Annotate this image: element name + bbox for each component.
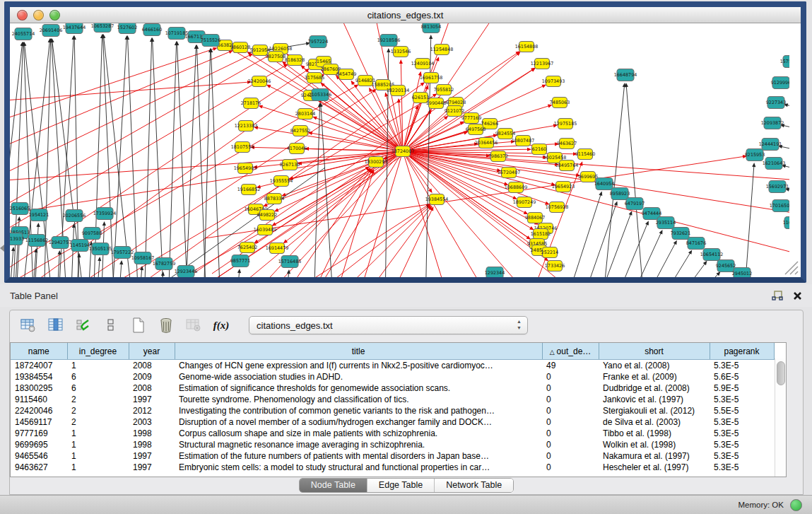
network-node[interactable]: 1954121 — [29, 209, 49, 221]
table-cell[interactable]: 5.3E-5 — [710, 394, 774, 405]
network-node[interactable]: 16648794 — [614, 69, 637, 81]
table-cell[interactable]: 2008 — [129, 360, 175, 372]
network-node[interactable]: 8215953 — [745, 149, 765, 161]
table-cell[interactable]: 18300295 — [11, 382, 67, 394]
network-node[interactable]: 17359924 — [93, 208, 117, 220]
network-node[interactable]: 16154808 — [515, 42, 539, 52]
network-node[interactable]: 3175685 — [305, 73, 324, 83]
table-cell[interactable]: 6 — [67, 382, 129, 394]
row-height-icon[interactable] — [102, 317, 119, 334]
network-node[interactable]: 7932621 — [671, 228, 690, 240]
network-node[interactable]: 2935114 — [656, 217, 676, 229]
table-row[interactable]: 2242004622012Investigating the contribut… — [11, 405, 774, 416]
table-cell[interactable]: 2003 — [129, 416, 175, 428]
network-node[interactable]: 12942757 — [49, 237, 72, 249]
table-selector-dropdown[interactable]: citations_edges.txt ▲▼ — [249, 316, 528, 334]
table-cell[interactable]: 5.5E-5 — [710, 405, 774, 416]
network-node[interactable]: 10654112 — [700, 249, 724, 261]
table-cell[interactable]: 1 — [67, 462, 129, 473]
network-node[interactable]: 17957222 — [111, 247, 134, 259]
network-node[interactable]: 1167533 — [783, 217, 789, 229]
table-cell[interactable]: 5.9E-5 — [710, 382, 774, 394]
network-node[interactable]: 8813054 — [421, 23, 441, 33]
table-cell[interactable]: 1 — [67, 439, 129, 450]
network-node[interactable]: 8454749 — [336, 69, 356, 80]
table-scrollbar[interactable] — [775, 358, 786, 477]
table-cell[interactable]: 49 — [542, 360, 599, 372]
network-node[interactable]: 6466160 — [142, 24, 162, 36]
table-cell[interactable]: 19384554 — [11, 371, 67, 382]
table-cell[interactable]: Franke et al. (2009) — [599, 371, 710, 382]
network-node[interactable]: 19437644 — [63, 23, 86, 34]
float-panel-icon[interactable] — [772, 291, 783, 301]
network-node[interactable]: 1990448 — [426, 98, 446, 109]
network-node[interactable]: 10958167 — [131, 252, 155, 264]
network-node[interactable]: 2718176 — [241, 98, 261, 109]
table-cell[interactable]: 5.6E-5 — [710, 371, 774, 382]
network-node[interactable]: 252214 — [541, 247, 558, 258]
network-node[interactable]: 12213383 — [235, 121, 258, 132]
table-cell[interactable]: Estimation of significance thresholds fo… — [175, 382, 542, 394]
table-cell[interactable]: Changes of HCN gene expression and I(f) … — [175, 360, 542, 372]
table-cell[interactable]: 22420046 — [11, 405, 67, 416]
close-panel-icon[interactable] — [793, 291, 802, 300]
network-node[interactable]: 2803144 — [295, 109, 315, 119]
table-cell[interactable]: Hescheler et al. (1997) — [599, 462, 710, 473]
network-node[interactable]: 16782759 — [153, 258, 176, 270]
network-node[interactable]: 1615182 — [531, 229, 551, 240]
network-node[interactable]: 10653287 — [91, 23, 114, 33]
network-node[interactable]: 9884067 — [525, 213, 545, 223]
table-cell[interactable]: 0 — [542, 405, 599, 416]
column-header-year[interactable]: year — [129, 343, 175, 360]
network-node[interactable]: 3913933 — [10, 233, 24, 245]
network-node[interactable]: 8427552 — [290, 126, 310, 136]
table-cell[interactable]: 14569117 — [11, 416, 67, 428]
network-node[interactable]: 19218586 — [377, 35, 401, 47]
table-cell[interactable]: Dudbridge et al. (2008) — [599, 382, 710, 394]
column-visibility-icon[interactable] — [47, 317, 64, 334]
column-header-pagerank[interactable]: pagerank — [710, 343, 774, 360]
table-cell[interactable]: Estimation of the future numbers of pati… — [175, 450, 542, 462]
network-node[interactable]: 9227343 — [766, 97, 786, 109]
table-row[interactable]: 1872400712008Changes of HCN gene express… — [11, 360, 774, 372]
network-node[interactable]: 13505135 — [89, 243, 112, 255]
table-cell[interactable]: 5.3E-5 — [710, 416, 774, 428]
table-row[interactable]: 1830029562008Estimation of significance … — [11, 382, 774, 394]
table-cell[interactable]: 0 — [542, 462, 599, 473]
table-cell[interactable]: 1997 — [129, 462, 175, 473]
network-node[interactable]: 9777169 — [461, 113, 481, 124]
network-node[interactable]: 7485063 — [550, 98, 570, 108]
table-cell[interactable]: Investigating the contribution of common… — [175, 405, 542, 416]
network-node[interactable]: 8267130 — [280, 160, 300, 170]
table-cell[interactable]: 1997 — [129, 450, 175, 462]
table-cell[interactable]: 1 — [67, 428, 129, 439]
tab-edge-table[interactable]: Edge Table — [367, 479, 435, 492]
table-cell[interactable]: 1997 — [129, 394, 175, 405]
network-node[interactable]: 12444191 — [759, 139, 782, 151]
network-node[interactable]: 7955812 — [434, 85, 454, 95]
table-cell[interactable]: Disruption of a novel member of a sodium… — [175, 416, 542, 428]
table-cell[interactable]: 5.3E-5 — [710, 450, 774, 462]
table-row[interactable]: 911546021997Tourette syndrome. Phenomeno… — [11, 394, 774, 405]
network-node[interactable]: 1733426 — [545, 261, 565, 271]
network-node[interactable]: 10688609 — [505, 182, 528, 193]
network-node[interactable]: 8878334 — [264, 194, 284, 204]
network-node[interactable]: 17016504 — [770, 200, 789, 212]
network-node[interactable]: 9129996 — [771, 77, 789, 89]
table-cell[interactable]: Genome-wide association studies in ADHD. — [175, 371, 542, 382]
network-node[interactable]: 6479197 — [625, 198, 645, 210]
table-cell[interactable]: 9463627 — [11, 462, 67, 473]
table-cell[interactable]: 0 — [542, 371, 599, 382]
network-node[interactable]: 9463627 — [557, 139, 577, 149]
network-node[interactable]: 9860128 — [230, 42, 250, 53]
network-node[interactable]: 8498222 — [257, 210, 277, 221]
network-graph[interactable]: 1872400776638229860128591295418226058982… — [10, 23, 789, 277]
network-node[interactable]: 18107554 — [231, 142, 254, 153]
table-cell[interactable]: 6 — [67, 371, 129, 382]
network-node[interactable]: 1292344 — [485, 267, 505, 278]
network-node[interactable]: 16961758 — [420, 73, 443, 83]
network-node[interactable]: 9097588 — [82, 228, 102, 240]
create-column-icon[interactable] — [130, 317, 147, 334]
table-cell[interactable]: 1998 — [129, 439, 175, 450]
network-node[interactable]: 10756928 — [546, 202, 569, 213]
